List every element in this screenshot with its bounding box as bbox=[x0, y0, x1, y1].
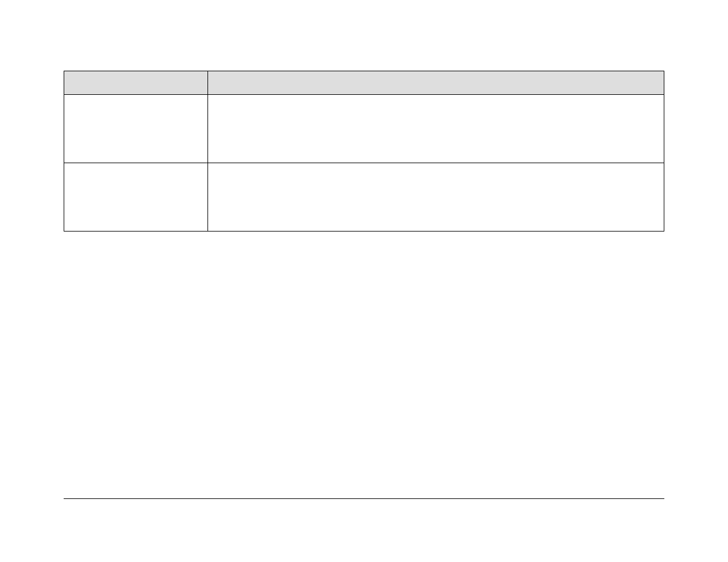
footer-divider bbox=[64, 498, 664, 499]
table-cell-left bbox=[64, 95, 208, 163]
table-header-2 bbox=[208, 71, 664, 95]
table-row bbox=[64, 163, 664, 232]
table-cell-right bbox=[208, 95, 664, 163]
table-cell-left bbox=[64, 163, 208, 232]
table-cell-right bbox=[208, 163, 664, 232]
table-row bbox=[64, 95, 664, 163]
table-header-row bbox=[64, 71, 664, 95]
table-header-1 bbox=[64, 71, 208, 95]
two-column-table bbox=[64, 71, 664, 232]
